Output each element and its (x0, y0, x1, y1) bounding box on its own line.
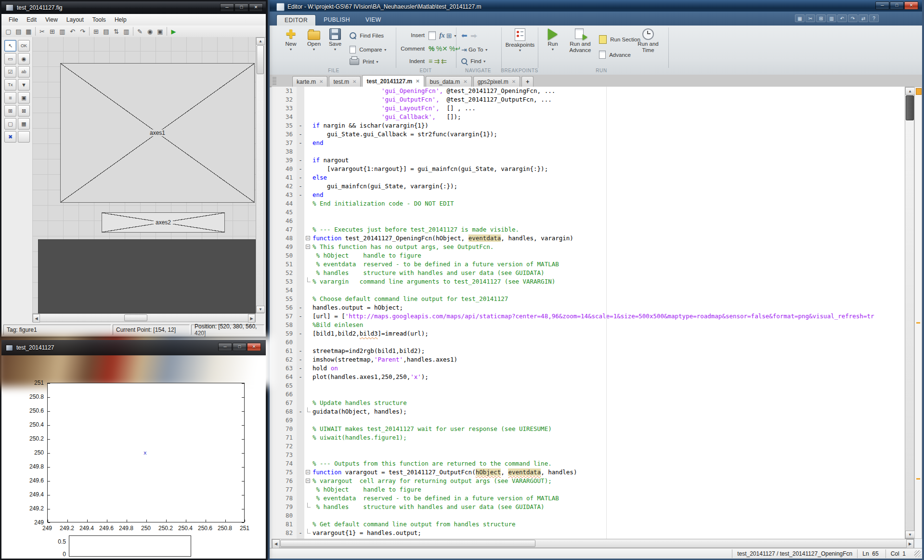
execution-marker[interactable] (297, 260, 304, 269)
run-icon[interactable]: ▶ (169, 26, 179, 36)
doc-tab-test_20141127.m[interactable]: test_20141127.m✕ (362, 75, 424, 87)
menu-edit[interactable]: Edit (22, 14, 41, 25)
close-button[interactable]: ✕ (904, 1, 918, 10)
code-line-61[interactable]: 61-streetmap=ind2rgb(bild1,bild2); (272, 347, 905, 355)
back-button[interactable]: ⬅ (461, 31, 468, 40)
fold-toggle-icon[interactable]: − (306, 236, 310, 240)
code-line-53[interactable]: 53% varargin command line arguments to t… (272, 277, 905, 286)
execution-marker[interactable] (297, 87, 304, 95)
fold-column[interactable] (304, 260, 312, 269)
tab-order-icon[interactable]: ⇅ (111, 26, 121, 36)
canvas-vscrollbar[interactable]: ▲ ▼ (256, 37, 264, 313)
code-line-59[interactable]: 59-[bild1,bild2,bild3]=imread(url); (272, 329, 905, 338)
menu-file[interactable]: File (4, 14, 22, 25)
code-line-54[interactable]: 54 (272, 286, 905, 295)
uncomment-button[interactable]: %✕ (436, 45, 448, 52)
toggle-button-tool[interactable]: ▣ (18, 92, 30, 104)
code-line-73[interactable]: 73 (272, 451, 905, 459)
code-line-48[interactable]: 48−function test_20141127_OpeningFcn(hOb… (272, 234, 905, 243)
fold-column[interactable] (304, 217, 312, 225)
fold-column[interactable] (304, 225, 312, 234)
ribbon-tab-editor[interactable]: EDITOR (276, 14, 316, 26)
fold-column[interactable] (304, 321, 312, 329)
code-line-39[interactable]: 39-if nargout (272, 156, 905, 165)
vscroll-thumb[interactable] (906, 95, 914, 120)
fold-column[interactable] (304, 442, 312, 451)
ribbon-tab-view[interactable]: VIEW (358, 14, 389, 26)
print-button[interactable]: Print ▼ (350, 58, 379, 65)
hscroll-thumb[interactable] (124, 314, 147, 321)
scroll-left-arrow[interactable]: ◀ (272, 539, 280, 548)
m-file-editor-icon[interactable]: ✎ (135, 26, 145, 36)
blank[interactable] (18, 131, 30, 143)
execution-marker[interactable]: - (297, 191, 304, 199)
qab-paste-icon[interactable]: ▥ (827, 14, 836, 22)
fold-column[interactable] (304, 121, 312, 130)
open-icon[interactable]: ▤ (13, 26, 24, 36)
check-box-tool[interactable]: ☑ (4, 66, 16, 78)
close-tab-icon[interactable]: ✕ (352, 79, 356, 84)
insert-section-button[interactable] (429, 31, 436, 40)
listbox-tool[interactable]: ≡ (4, 92, 16, 104)
execution-marker[interactable]: - (297, 130, 304, 139)
code-line-71[interactable]: 71% uiwait(handles.figure1); (272, 433, 905, 442)
execution-marker[interactable]: - (297, 121, 304, 130)
fold-column[interactable] (304, 286, 312, 295)
code-line-77[interactable]: 77 % hObject handle to figure (272, 485, 905, 494)
fold-toggle-icon[interactable]: − (306, 479, 310, 483)
minimize-button[interactable]: ─ (218, 343, 232, 351)
fold-column[interactable] (304, 147, 312, 156)
execution-marker[interactable] (297, 442, 304, 451)
code-line-47[interactable]: 47% --- Executes just before test_201411… (272, 225, 905, 234)
fold-column[interactable] (304, 156, 312, 165)
fold-column[interactable] (304, 191, 312, 199)
execution-marker[interactable] (297, 433, 304, 442)
scroll-right-arrow[interactable]: ▶ (248, 314, 255, 323)
execution-marker[interactable] (297, 485, 304, 494)
warning-marker[interactable] (916, 478, 920, 480)
code-line-72[interactable]: 72 (272, 442, 905, 451)
doc-tab-karte.m[interactable]: karte.m✕ (292, 76, 327, 87)
scroll-left-arrow[interactable]: ◀ (33, 314, 40, 323)
fold-column[interactable]: − (304, 234, 312, 243)
code-line-58[interactable]: 58%Bild einlesen (272, 321, 905, 329)
execution-marker[interactable]: - (297, 165, 304, 173)
execution-marker[interactable] (297, 451, 304, 459)
code-line-79[interactable]: 79 % handles structure with handles and … (272, 503, 905, 511)
execution-marker[interactable]: - (297, 173, 304, 182)
code-line-32[interactable]: 32 'gui_OutputFcn', @test_20141127_Outpu… (272, 95, 905, 104)
qab-save-icon[interactable]: ▦ (795, 14, 805, 22)
code-line-62[interactable]: 62-imshow(streetmap,'Parent',handles.axe… (272, 355, 905, 364)
editor-vscrollbar[interactable]: ▲ ▼ (905, 87, 914, 539)
fold-column[interactable] (304, 173, 312, 182)
execution-marker[interactable]: - (297, 407, 304, 416)
execution-marker[interactable] (297, 459, 304, 468)
save-button[interactable]: Save▼ (325, 28, 346, 51)
paste-icon[interactable]: ▥ (57, 26, 67, 36)
fold-column[interactable] (304, 165, 312, 173)
scroll-down-arrow[interactable]: ▼ (905, 531, 915, 538)
fold-column[interactable] (304, 416, 312, 425)
code-line-56[interactable]: 56-handles.output = hObject; (272, 303, 905, 312)
fold-column[interactable] (304, 520, 312, 529)
fold-column[interactable] (304, 381, 312, 390)
compare-button[interactable]: Compare ▼ (350, 46, 387, 53)
execution-marker[interactable] (297, 425, 304, 433)
layout-canvas[interactable]: axes1 axes2 (32, 37, 256, 313)
fold-column[interactable] (304, 295, 312, 303)
execution-marker[interactable] (297, 494, 304, 503)
execution-marker[interactable] (297, 381, 304, 390)
execution-marker[interactable] (297, 243, 304, 251)
execution-marker[interactable] (297, 468, 304, 477)
redo-icon[interactable]: ↷ (78, 26, 88, 36)
fold-column[interactable] (304, 485, 312, 494)
code-editor[interactable]: 31 'gui_OpeningFcn', @test_20141127_Open… (272, 87, 905, 539)
doc-tab-gps2pixel.m[interactable]: gps2pixel.m✕ (473, 76, 520, 87)
axes1-placeholder[interactable]: axes1 (60, 63, 255, 203)
code-line-44[interactable]: 44% End initialization code - DO NOT EDI… (272, 199, 905, 208)
execution-marker[interactable]: - (297, 303, 304, 312)
menu-view[interactable]: View (41, 14, 62, 25)
fold-toggle-icon[interactable]: − (306, 245, 310, 249)
static-text-tool[interactable]: Tx (4, 79, 16, 91)
fold-column[interactable] (304, 494, 312, 503)
